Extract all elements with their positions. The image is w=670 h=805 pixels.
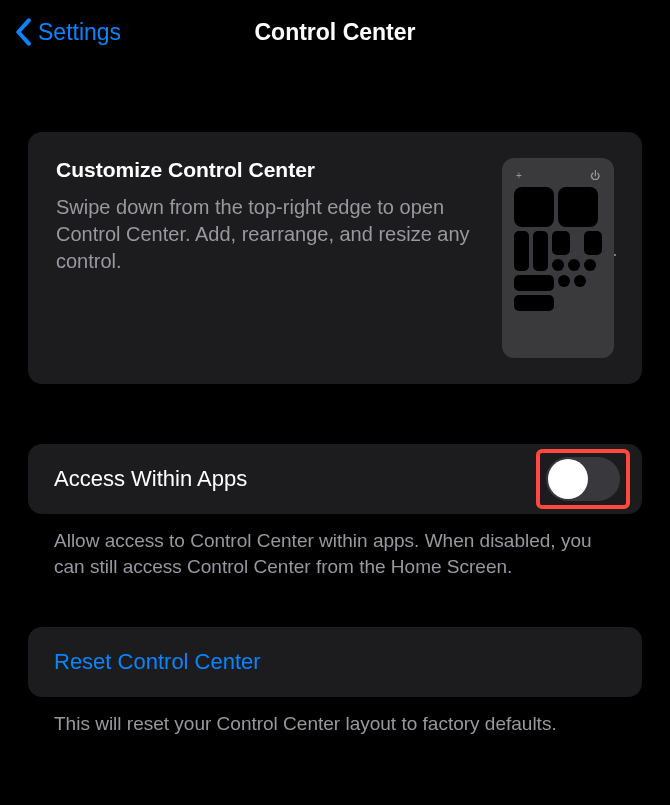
back-label: Settings [38,19,121,46]
access-within-apps-label: Access Within Apps [54,466,247,492]
nav-bar: Settings Control Center [0,0,670,64]
phone-mockup-icon: + ⏻ [502,158,614,358]
toggle-knob [548,459,588,499]
page-title: Control Center [255,19,416,46]
reset-control-center-footer: This will reset your Control Center layo… [28,697,642,737]
back-button[interactable]: Settings [14,18,121,46]
customize-card-title: Customize Control Center [56,158,482,182]
access-within-apps-toggle[interactable] [546,457,620,501]
content: Customize Control Center Swipe down from… [0,132,670,737]
access-within-apps-footer: Allow access to Control Center within ap… [28,514,642,579]
reset-control-center-label: Reset Control Center [54,649,616,675]
customize-card-description: Swipe down from the top-right edge to op… [56,194,482,275]
customize-card-text: Customize Control Center Swipe down from… [56,158,502,358]
toggle-highlight [536,449,630,509]
reset-control-center-row[interactable]: Reset Control Center [28,627,642,697]
customize-card[interactable]: Customize Control Center Swipe down from… [28,132,642,384]
chevron-left-icon [14,18,32,46]
access-within-apps-row: Access Within Apps [28,444,642,514]
